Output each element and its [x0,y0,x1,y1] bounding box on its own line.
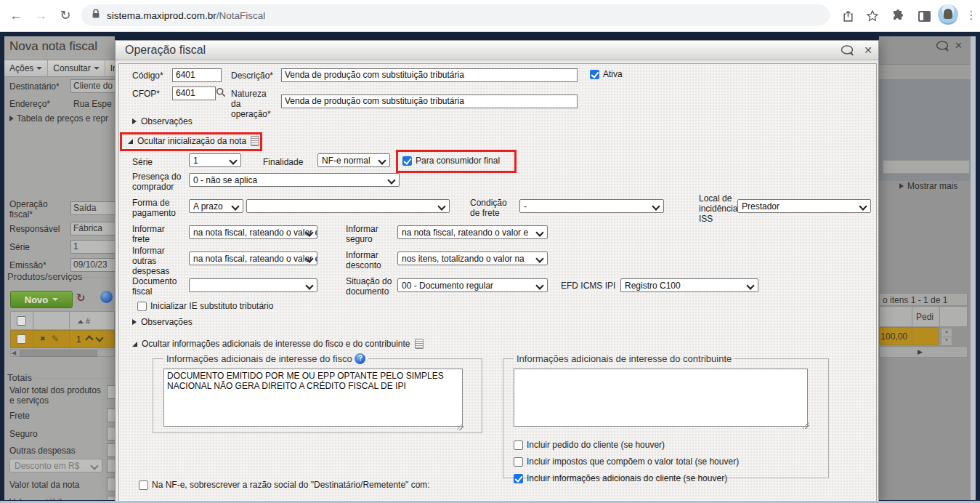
informar-frete-select[interactable]: na nota fiscal, rateando o valor e [189,225,317,239]
incluir-pedido-row[interactable]: Incluir pedido do cliente (se houver) [514,440,665,450]
fisco-textarea[interactable]: DOCUMENTO EMITIDO POR ME OU EPP OPTANTE … [163,369,463,427]
finalidade-label: Finalidade [263,157,303,167]
search-icon[interactable] [216,87,226,100]
browser-toolbar: ← → ↻ sistema.maxiprod.com.br/NotaFiscal… [0,0,980,32]
presenca-label: Presença do comprador [132,172,183,192]
expander-open-icon [128,139,133,144]
form-doc-icon[interactable] [415,339,424,349]
condicao-frete-label: Condição de frete [470,198,514,218]
natureza-input[interactable]: Venda de produção com substituição tribu… [281,94,578,108]
nota-fiscal-page-right: ✕ Mostrar mais o itens 1 - 1 de 1 Pedi 1… [879,36,976,500]
incluir-informacoes-row[interactable]: Incluir informações adicionais do client… [514,473,727,483]
condicao-frete-select[interactable]: - [519,199,664,213]
fisco-legend: Informações adicionais de interesse do f… [163,353,368,364]
expander-closed-icon [132,118,137,124]
modal-backdrop-left [4,36,115,500]
descricao-label: Descrição* [231,71,273,81]
presenca-select[interactable]: 0 - não se aplica [189,173,400,187]
operacao-fiscal-modal: Operação fiscal ✕ Código* 6401 Descrição… [115,40,879,503]
modal-backdrop-right [879,36,976,500]
situacao-label: Situação do documento [346,276,395,297]
informar-outras-select[interactable]: na nota fiscal, rateando o valor e [189,252,317,265]
incluir-pedido-checkbox[interactable] [514,440,523,450]
informar-frete-label: Informar frete [132,224,176,244]
reload-icon[interactable]: ↻ [55,5,76,25]
browser-menu-icon[interactable]: ⋮ [965,7,978,24]
share-icon[interactable] [839,7,857,25]
consumidor-final-label: Para consumidor final [416,156,500,166]
help-icon[interactable] [355,353,365,364]
modal-body: Código* 6401 Descrição* Venda de produçã… [118,63,877,502]
resize-handle-icon[interactable] [803,422,809,429]
contribuinte-textarea[interactable] [514,369,808,427]
incluir-impostos-row[interactable]: Incluir impostos que compõem o valor tot… [514,456,739,467]
observacoes-expander-2[interactable]: Observações [132,317,193,327]
ocultar-adicionais-expander[interactable]: Ocultar informações adicionais de intere… [132,339,424,349]
codigo-label: Código* [132,71,163,81]
consumidor-final-row[interactable]: Para consumidor final [402,156,500,166]
fisco-fieldset: Informações adicionais de interesse do f… [153,353,482,433]
url-text: sistema.maxiprod.com.br/NotaFiscal [107,10,265,21]
modal-titlebar: Operação fiscal ✕ [116,41,878,60]
lock-icon[interactable] [92,9,100,22]
contribuinte-fieldset: Informações adicionais de interesse do c… [503,353,829,478]
consumidor-final-checkbox[interactable] [402,156,412,166]
bookmark-star-icon[interactable] [864,7,881,25]
comment-icon[interactable] [841,45,855,59]
observacoes-expander-1[interactable]: Observações [132,116,193,126]
ativa-label: Ativa [603,69,623,79]
forward-icon[interactable]: → [31,5,51,25]
serie-label: Série [132,157,153,167]
documento-fiscal-select[interactable] [189,278,317,292]
inicializar-ie-checkbox[interactable] [137,302,147,311]
inicializar-ie-row[interactable]: Inicializar IE substituto tributário [137,301,273,311]
sobrescrever-row[interactable]: Na NF-e, sobrescrever a razão social do … [139,480,430,490]
finalidade-select[interactable]: NF-e normal [317,153,390,167]
extensions-puzzle-icon[interactable] [889,7,907,25]
ativa-checkbox[interactable] [590,70,599,79]
forma-pagamento-select[interactable]: A prazo [189,199,243,213]
documento-fiscal-label: Documento fiscal [132,276,176,297]
forma-pagamento-label: Forma de pagamento [132,198,187,218]
sobrescrever-checkbox[interactable] [139,480,148,490]
sobrescrever-label: Na NF-e, sobrescrever a razão social do … [152,480,430,490]
resize-handle-icon[interactable] [457,424,463,430]
expander-open-icon [132,342,137,347]
ativa-checkbox-row[interactable]: Ativa [590,69,623,79]
incluir-informacoes-checkbox[interactable] [514,474,523,483]
address-bar[interactable]: sistema.maxiprod.com.br/NotaFiscal [81,4,830,26]
profile-avatar[interactable] [938,4,958,25]
natureza-label: Natureza da operação* [231,89,276,119]
informar-outras-label: Informar outras despesas [132,246,176,276]
cfop-label: CFOP* [132,89,160,99]
situacao-select[interactable]: 00 - Documento regular [397,278,548,292]
efd-label: EFD ICMS IPI [561,281,615,291]
modal-title: Operação fiscal [125,44,206,57]
informar-desconto-select[interactable]: nos itens, totalizando o valor na [397,252,548,265]
side-panel-icon[interactable] [915,7,933,25]
incluir-impostos-checkbox[interactable] [514,457,523,467]
informar-seguro-select[interactable]: na nota fiscal, rateando o valor e [397,225,548,239]
nota-fiscal-page-left: Nova nota fiscal Ações Consultar Ir Dest… [4,36,115,500]
codigo-input[interactable]: 6401 [172,68,222,82]
back-icon[interactable]: ← [6,5,26,25]
informar-seguro-label: Informar seguro [346,224,389,244]
descricao-input[interactable]: Venda de produção com substituição tribu… [281,68,578,82]
forma-pagamento-select-2[interactable] [246,199,450,213]
close-icon[interactable]: ✕ [864,44,872,56]
efd-select[interactable]: Registro C100 [620,278,758,292]
inicializar-ie-label: Inicializar IE substituto tributário [150,301,273,311]
local-iss-select[interactable]: Prestador [737,199,871,213]
informar-desconto-label: Informar desconto [346,250,389,270]
expander-closed-icon [132,319,137,325]
ocultar-inicializacao-expander[interactable]: Ocultar inicialização da nota [128,136,259,146]
form-doc-icon[interactable] [251,136,259,146]
cfop-input[interactable]: 6401 [172,86,216,100]
contribuinte-legend: Informações adicionais de interesse do c… [514,353,734,364]
serie-select[interactable]: 1 [189,153,241,167]
